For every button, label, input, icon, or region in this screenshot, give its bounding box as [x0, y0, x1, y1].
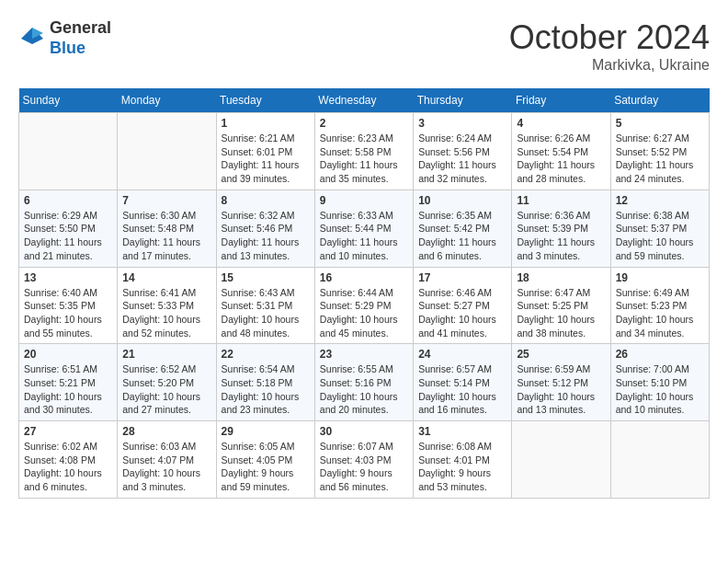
calendar-week-row: 13Sunrise: 6:40 AM Sunset: 5:35 PM Dayli…: [19, 267, 710, 344]
day-number: 25: [517, 348, 605, 361]
weekday-header: Saturday: [610, 88, 709, 113]
calendar-cell: 24Sunrise: 6:57 AM Sunset: 5:14 PM Dayli…: [414, 344, 512, 421]
day-number: 10: [418, 194, 506, 207]
weekday-header: Monday: [118, 88, 216, 113]
day-number: 21: [122, 348, 210, 361]
calendar-cell: 6Sunrise: 6:29 AM Sunset: 5:50 PM Daylig…: [19, 190, 118, 267]
day-info: Sunrise: 6:52 AM Sunset: 5:20 PM Dayligh…: [122, 362, 210, 417]
calendar-cell: 18Sunrise: 6:47 AM Sunset: 5:25 PM Dayli…: [512, 267, 610, 344]
calendar-cell: 17Sunrise: 6:46 AM Sunset: 5:27 PM Dayli…: [414, 267, 512, 344]
weekday-header: Friday: [512, 88, 610, 113]
calendar-week-row: 20Sunrise: 6:51 AM Sunset: 5:21 PM Dayli…: [19, 344, 710, 421]
day-number: 30: [320, 425, 408, 438]
day-number: 9: [320, 194, 408, 207]
day-info: Sunrise: 6:47 AM Sunset: 5:25 PM Dayligh…: [517, 286, 605, 340]
weekday-header: Sunday: [19, 88, 118, 113]
calendar-week-row: 1Sunrise: 6:21 AM Sunset: 6:01 PM Daylig…: [19, 113, 710, 190]
calendar-cell: 12Sunrise: 6:38 AM Sunset: 5:37 PM Dayli…: [610, 190, 709, 267]
day-number: 12: [616, 194, 704, 207]
calendar-cell: 20Sunrise: 6:51 AM Sunset: 5:21 PM Dayli…: [19, 344, 118, 421]
day-number: 7: [122, 194, 210, 207]
day-info: Sunrise: 6:03 AM Sunset: 4:07 PM Dayligh…: [122, 440, 210, 494]
weekday-header: Wednesday: [314, 88, 413, 113]
day-info: Sunrise: 6:55 AM Sunset: 5:16 PM Dayligh…: [320, 362, 408, 417]
day-info: Sunrise: 6:57 AM Sunset: 5:14 PM Dayligh…: [418, 362, 506, 417]
day-info: Sunrise: 6:02 AM Sunset: 4:08 PM Dayligh…: [24, 440, 112, 494]
calendar-cell: 30Sunrise: 6:07 AM Sunset: 4:03 PM Dayli…: [314, 421, 413, 499]
day-info: Sunrise: 6:30 AM Sunset: 5:48 PM Dayligh…: [122, 209, 210, 263]
day-info: Sunrise: 6:21 AM Sunset: 6:01 PM Dayligh…: [222, 132, 310, 186]
day-number: 16: [320, 271, 408, 284]
day-info: Sunrise: 6:44 AM Sunset: 5:29 PM Dayligh…: [320, 286, 408, 340]
calendar-week-row: 6Sunrise: 6:29 AM Sunset: 5:50 PM Daylig…: [19, 190, 710, 267]
calendar-cell: 7Sunrise: 6:30 AM Sunset: 5:48 PM Daylig…: [118, 190, 216, 267]
logo: General Blue: [18, 18, 111, 58]
location-title: Markivka, Ukraine: [509, 57, 710, 74]
day-info: Sunrise: 6:46 AM Sunset: 5:27 PM Dayligh…: [418, 286, 506, 340]
day-info: Sunrise: 6:32 AM Sunset: 5:46 PM Dayligh…: [222, 209, 310, 263]
calendar-cell: 3Sunrise: 6:24 AM Sunset: 5:56 PM Daylig…: [414, 113, 512, 190]
day-info: Sunrise: 6:08 AM Sunset: 4:01 PM Dayligh…: [418, 440, 506, 494]
calendar-cell: 13Sunrise: 6:40 AM Sunset: 5:35 PM Dayli…: [19, 267, 118, 344]
calendar-cell: [118, 113, 216, 190]
day-info: Sunrise: 6:43 AM Sunset: 5:31 PM Dayligh…: [222, 286, 310, 340]
day-number: 11: [517, 194, 605, 207]
logo-icon: [18, 25, 46, 52]
day-info: Sunrise: 6:51 AM Sunset: 5:21 PM Dayligh…: [24, 362, 112, 417]
day-info: Sunrise: 7:00 AM Sunset: 5:10 PM Dayligh…: [616, 362, 704, 417]
day-number: 2: [320, 117, 408, 130]
calendar-cell: 22Sunrise: 6:54 AM Sunset: 5:18 PM Dayli…: [216, 344, 314, 421]
calendar-week-row: 27Sunrise: 6:02 AM Sunset: 4:08 PM Dayli…: [19, 421, 710, 499]
page-header: General Blue October 2024 Markivka, Ukra…: [18, 18, 710, 74]
day-info: Sunrise: 6:29 AM Sunset: 5:50 PM Dayligh…: [24, 209, 112, 263]
day-number: 29: [222, 425, 310, 438]
day-number: 28: [122, 425, 210, 438]
day-number: 5: [616, 117, 704, 130]
calendar-cell: 31Sunrise: 6:08 AM Sunset: 4:01 PM Dayli…: [414, 421, 512, 499]
calendar-cell: 8Sunrise: 6:32 AM Sunset: 5:46 PM Daylig…: [216, 190, 314, 267]
title-block: October 2024 Markivka, Ukraine: [509, 18, 710, 74]
day-info: Sunrise: 6:07 AM Sunset: 4:03 PM Dayligh…: [320, 440, 408, 494]
calendar-cell: 2Sunrise: 6:23 AM Sunset: 5:58 PM Daylig…: [314, 113, 413, 190]
calendar-cell: 11Sunrise: 6:36 AM Sunset: 5:39 PM Dayli…: [512, 190, 610, 267]
day-number: 17: [418, 271, 506, 284]
day-number: 26: [616, 348, 704, 361]
calendar-cell: [610, 421, 709, 499]
day-info: Sunrise: 6:36 AM Sunset: 5:39 PM Dayligh…: [517, 209, 605, 263]
day-number: 15: [222, 271, 310, 284]
day-info: Sunrise: 6:23 AM Sunset: 5:58 PM Dayligh…: [320, 132, 408, 186]
day-number: 6: [24, 194, 112, 207]
calendar-cell: 1Sunrise: 6:21 AM Sunset: 6:01 PM Daylig…: [216, 113, 314, 190]
day-number: 27: [24, 425, 112, 438]
calendar-cell: 29Sunrise: 6:05 AM Sunset: 4:05 PM Dayli…: [216, 421, 314, 499]
day-info: Sunrise: 6:35 AM Sunset: 5:42 PM Dayligh…: [418, 209, 506, 263]
logo-text: General Blue: [50, 18, 111, 58]
day-number: 23: [320, 348, 408, 361]
day-info: Sunrise: 6:59 AM Sunset: 5:12 PM Dayligh…: [517, 362, 605, 417]
day-info: Sunrise: 6:38 AM Sunset: 5:37 PM Dayligh…: [616, 209, 704, 263]
calendar-cell: 10Sunrise: 6:35 AM Sunset: 5:42 PM Dayli…: [414, 190, 512, 267]
calendar-cell: 4Sunrise: 6:26 AM Sunset: 5:54 PM Daylig…: [512, 113, 610, 190]
day-info: Sunrise: 6:54 AM Sunset: 5:18 PM Dayligh…: [222, 362, 310, 417]
day-info: Sunrise: 6:40 AM Sunset: 5:35 PM Dayligh…: [24, 286, 112, 340]
day-info: Sunrise: 6:27 AM Sunset: 5:52 PM Dayligh…: [616, 132, 704, 186]
day-info: Sunrise: 6:05 AM Sunset: 4:05 PM Dayligh…: [222, 440, 310, 494]
calendar-cell: [19, 113, 118, 190]
calendar-cell: 9Sunrise: 6:33 AM Sunset: 5:44 PM Daylig…: [314, 190, 413, 267]
calendar-header-row: SundayMondayTuesdayWednesdayThursdayFrid…: [19, 88, 710, 113]
calendar-cell: 28Sunrise: 6:03 AM Sunset: 4:07 PM Dayli…: [118, 421, 216, 499]
calendar-cell: 15Sunrise: 6:43 AM Sunset: 5:31 PM Dayli…: [216, 267, 314, 344]
calendar-table: SundayMondayTuesdayWednesdayThursdayFrid…: [18, 88, 710, 499]
calendar-cell: 27Sunrise: 6:02 AM Sunset: 4:08 PM Dayli…: [19, 421, 118, 499]
day-number: 13: [24, 271, 112, 284]
day-number: 20: [24, 348, 112, 361]
calendar-cell: 16Sunrise: 6:44 AM Sunset: 5:29 PM Dayli…: [314, 267, 413, 344]
day-number: 4: [517, 117, 605, 130]
calendar-cell: 21Sunrise: 6:52 AM Sunset: 5:20 PM Dayli…: [118, 344, 216, 421]
day-number: 24: [418, 348, 506, 361]
day-number: 31: [418, 425, 506, 438]
calendar-cell: 23Sunrise: 6:55 AM Sunset: 5:16 PM Dayli…: [314, 344, 413, 421]
calendar-cell: 5Sunrise: 6:27 AM Sunset: 5:52 PM Daylig…: [610, 113, 709, 190]
day-number: 18: [517, 271, 605, 284]
day-number: 22: [222, 348, 310, 361]
